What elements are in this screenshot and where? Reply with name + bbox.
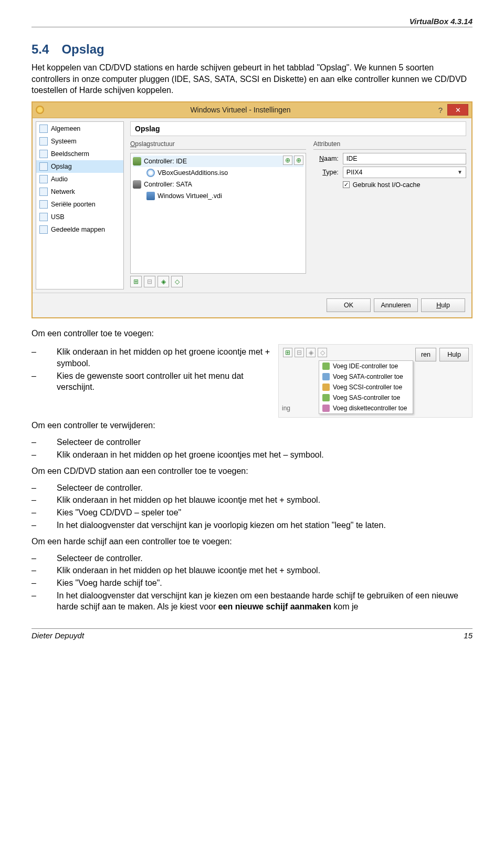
name-label: Naam: (313, 155, 339, 162)
cd-icon (146, 169, 155, 177)
host-io-cache-checkbox[interactable]: ✓ Gebruik host I/O-cache (343, 181, 466, 189)
footer-page-number: 15 (464, 631, 472, 640)
sidebar-item-label: Beeldscherm (51, 150, 89, 158)
controller-sata-icon (133, 180, 141, 189)
type-select[interactable]: PIIX4▼ (343, 167, 466, 178)
cancel-button-fragment[interactable]: ren (415, 348, 436, 361)
sidebar-item-beeldscherm[interactable]: Beeldscherm (36, 148, 123, 160)
add-controller-icon[interactable]: ⊞ (130, 276, 142, 287)
list-item: –In het dialoogvenster dat verschijnt ka… (32, 520, 472, 531)
audio-icon (39, 175, 48, 183)
sidebar-item-label: Opslag (51, 163, 72, 170)
list-item-text: Selecteer de controller. (57, 482, 143, 494)
list-item: –Selecteer de controller. (32, 482, 472, 494)
menu-item-label: Voeg IDE-controller toe (333, 363, 398, 370)
controller-ide-icon (133, 157, 141, 165)
sidebar-item-label: Netwerk (51, 188, 75, 195)
add-attachment-icon[interactable]: ◈ (158, 276, 169, 287)
list-item: –Kies de gewenste soort controller uit h… (32, 370, 271, 393)
sidebar-item-seriele-poorten[interactable]: Seriële poorten (36, 198, 123, 211)
remove-controller-icon[interactable]: ⊟ (295, 348, 304, 357)
list-item: –Kies "Voeg harde schijf toe". (32, 577, 472, 589)
titlebar-close-button[interactable]: ✕ (447, 104, 468, 116)
add-controller-heading: Om een controller toe te voegen: (32, 328, 472, 339)
section-heading: 5.4Opslag (32, 42, 472, 57)
add-attachment-icon[interactable]: ◈ (306, 348, 316, 357)
titlebar-help-button[interactable]: ? (434, 106, 447, 115)
menu-item-ide[interactable]: Voeg IDE-controller toe (319, 361, 413, 371)
sidebar-item-netwerk[interactable]: Netwerk (36, 185, 123, 198)
add-controller-icon[interactable]: ⊞ (283, 348, 292, 357)
tree-sata-disk[interactable]: Windows Virtueel_.vdi (133, 190, 303, 202)
list-item-text: Selecteer de controller. (57, 553, 143, 564)
bold-text: een nieuwe schijf aanmaken (218, 602, 331, 611)
sas-icon (322, 394, 330, 401)
list-item: –In het dialoogvenster dat verschijnt ka… (32, 590, 472, 613)
window-title: Windows Virtueel - Instellingen (47, 106, 434, 114)
list-item-text: Selecteer de controller (57, 437, 141, 448)
cancel-button[interactable]: Annuleren (374, 298, 418, 312)
list-item-text: Kies "Voeg harde schijf toe". (57, 577, 162, 589)
menu-item-scsi[interactable]: Voeg SCSI-controller toe (319, 382, 413, 392)
titlebar: Windows Virtueel - Instellingen ? ✕ (33, 102, 471, 118)
help-button[interactable]: Hulp (439, 348, 469, 361)
section-title: Opslag (61, 42, 104, 56)
list-item: –Selecteer de controller (32, 437, 472, 448)
intro-paragraph: Het koppelen van CD/DVD stations en hard… (32, 62, 472, 96)
name-input[interactable]: IDE (343, 153, 466, 164)
tree-ide-disc[interactable]: VBoxGuestAdditions.iso (133, 167, 303, 179)
serial-icon (39, 200, 48, 209)
section-number: 5.4 (32, 42, 49, 56)
tree-label: Controller: IDE (144, 158, 187, 165)
remove-attachment-icon[interactable]: ◇ (318, 348, 327, 357)
sidebar-item-usb[interactable]: USB (36, 211, 123, 223)
sidebar-item-opslag[interactable]: Opslag (36, 160, 123, 173)
panel-title: Opslag (130, 121, 466, 136)
sata-icon (322, 373, 330, 380)
remove-attachment-icon[interactable]: ◇ (171, 276, 183, 287)
list-item-text: Kies de gewenste soort controller uit he… (57, 370, 271, 393)
sidebar-item-systeem[interactable]: Systeem (36, 135, 123, 148)
sidebar-item-audio[interactable]: Audio (36, 173, 123, 185)
list-item: –Selecteer de controller. (32, 553, 472, 564)
fragment-text: ing (282, 405, 290, 412)
tree-label: Windows Virtueel_.vdi (158, 192, 222, 200)
storage-icon (39, 162, 48, 171)
settings-window: Windows Virtueel - Instellingen ? ✕ Alge… (32, 101, 472, 318)
chevron-down-icon: ▼ (457, 169, 463, 175)
tree-label: VBoxGuestAdditions.iso (158, 169, 228, 177)
checkbox-label: Gebruik host I/O-cache (353, 181, 421, 189)
sidebar-item-label: Systeem (51, 138, 77, 145)
network-icon (39, 188, 48, 196)
list-item: –Kies "Voeg CD/DVD – speler toe" (32, 507, 472, 519)
checkbox-icon: ✓ (343, 181, 350, 188)
scsi-icon (322, 384, 330, 391)
menu-item-label: Voeg diskettecontroller toe (333, 405, 407, 412)
tree-controller-sata[interactable]: Controller: SATA (133, 179, 303, 190)
attributes-label: Attributen (313, 140, 466, 148)
page-header: VirtualBox 4.3.14 (32, 17, 472, 27)
sidebar-item-algemeen[interactable]: Algemeen (36, 122, 123, 135)
menu-item-sata[interactable]: Voeg SATA-controller toe (319, 371, 413, 382)
list-item-text: Klik onderaan in het midden op het groen… (57, 449, 324, 461)
ok-button[interactable]: OK (327, 298, 371, 312)
add-cd-icon[interactable]: ⊕ (283, 156, 292, 165)
menu-item-sas[interactable]: Voeg SAS-controller toe (319, 392, 413, 403)
list-item: –Klik onderaan in het midden op het groe… (32, 449, 472, 461)
controller-menu-popup: ⊞ ⊟ ◈ ◇ ren Hulp Voeg IDE-controller toe… (278, 344, 472, 418)
list-item-text: Kies "Voeg CD/DVD – speler toe" (57, 507, 181, 519)
list-item-text: kom je (331, 602, 359, 611)
remove-controller-icon[interactable]: ⊟ (144, 276, 155, 287)
page-footer: Dieter Depuydt 15 (32, 628, 472, 640)
tree-controller-ide[interactable]: Controller: IDE (133, 156, 303, 167)
add-hdd-icon[interactable]: ⊕ (294, 156, 303, 165)
ide-icon (322, 363, 330, 370)
footer-author: Dieter Depuydt (32, 631, 84, 640)
tree-label: Controller: SATA (144, 181, 192, 188)
storage-tree[interactable]: ⊕ ⊕ Controller: IDE VBoxGuestAdditions.i… (130, 153, 306, 274)
sidebar-item-label: USB (51, 213, 65, 221)
menu-item-diskette[interactable]: Voeg diskettecontroller toe (319, 403, 413, 413)
sidebar-item-gedeelde-mappen[interactable]: Gedeelde mappen (36, 223, 123, 236)
list-item-text: In het dialoogvenster dat verschijnt kan… (57, 520, 386, 531)
help-button[interactable]: Hulp (421, 298, 465, 312)
